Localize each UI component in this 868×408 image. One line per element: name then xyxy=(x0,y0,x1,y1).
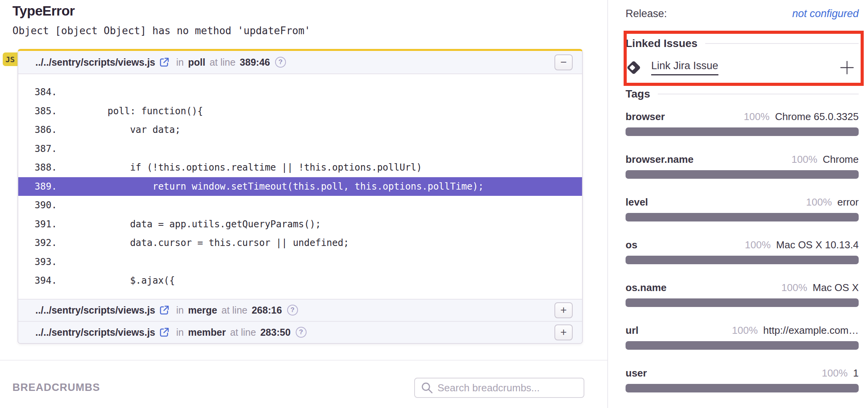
tag-header: url 100% http://example.com… xyxy=(626,324,859,337)
code-line: 387. xyxy=(18,139,582,159)
frame-in-label: in xyxy=(176,57,183,68)
frame-function-name: member xyxy=(188,327,226,338)
code-line: 391. data = app.utils.getQueryParams(); xyxy=(18,215,582,234)
linked-issues-heading: Linked Issues xyxy=(626,37,859,50)
tag-item: os 100% Mac OS X 10.13.4 xyxy=(626,239,859,264)
expand-frame-button[interactable]: + xyxy=(554,302,573,318)
error-message: Object [object Object] has no method 'up… xyxy=(12,25,310,37)
tag-item: browser 100% Chrome 65.0.3325 xyxy=(626,111,859,136)
jira-icon xyxy=(626,59,642,76)
frame-file-path: ../../sentry/scripts/views.js xyxy=(35,305,155,316)
tag-header: browser 100% Chrome 65.0.3325 xyxy=(626,111,859,123)
tag-distribution-bar[interactable] xyxy=(626,384,859,392)
code-line: 390. xyxy=(18,196,582,215)
frame-at-line-label: at line xyxy=(230,327,256,338)
tag-value: Mac OS X 10.13.4 xyxy=(776,239,859,251)
open-in-new-icon[interactable] xyxy=(159,57,170,68)
tags-title: Tags xyxy=(626,88,650,100)
tag-value: Chrome 65.0.3325 xyxy=(775,111,859,123)
stack-frame-header-collapsed[interactable]: ../../sentry/scripts/views.js in member … xyxy=(18,321,582,343)
release-not-configured-link[interactable]: not configured xyxy=(792,8,859,20)
tag-header: user 100% 1 xyxy=(626,367,859,380)
linked-issues-row: Link Jira Issue xyxy=(626,58,859,77)
breadcrumbs-search xyxy=(414,378,584,398)
code-line: 384. xyxy=(18,83,582,102)
add-linked-issue-icon[interactable] xyxy=(839,60,855,75)
tag-header: os.name 100% Mac OS X xyxy=(626,282,859,294)
frame-line-column: 268:16 xyxy=(252,305,282,316)
tag-header: os 100% Mac OS X 10.13.4 xyxy=(626,239,859,251)
help-question-icon[interactable]: ? xyxy=(275,57,286,68)
frame-file-path: ../../sentry/scripts/views.js xyxy=(35,327,155,338)
source-code-context: 384.385. poll: function(){386. var data;… xyxy=(18,74,582,299)
open-in-new-icon[interactable] xyxy=(159,327,170,338)
tag-value: Mac OS X xyxy=(813,282,859,294)
tag-item: user 100% 1 xyxy=(626,367,859,392)
release-label: Release: xyxy=(626,8,667,20)
search-icon xyxy=(420,381,434,394)
tag-percent: 100% xyxy=(744,111,770,123)
tag-percent: 100% xyxy=(781,282,807,294)
code-line: 385. poll: function(){ xyxy=(18,102,582,121)
tag-distribution-bar[interactable] xyxy=(626,127,859,136)
frame-at-line-label: at line xyxy=(209,57,235,68)
code-line: 393. xyxy=(18,253,582,272)
link-jira-issue-link[interactable]: Link Jira Issue xyxy=(651,60,718,75)
platform-js-badge: JS xyxy=(3,52,17,66)
tag-percent: 100% xyxy=(822,367,848,379)
tag-distribution-bar[interactable] xyxy=(626,213,859,221)
frame-at-line-label: at line xyxy=(221,305,248,316)
tag-name: level xyxy=(626,196,648,208)
search-breadcrumbs-input[interactable] xyxy=(437,382,578,394)
frame-in-label: in xyxy=(176,305,183,316)
tag-name: browser.name xyxy=(626,153,694,166)
tag-distribution-bar[interactable] xyxy=(626,298,859,307)
tag-percent: 100% xyxy=(745,239,771,251)
help-question-icon[interactable]: ? xyxy=(296,327,307,338)
code-line: 394. $.ajax({ xyxy=(18,271,582,290)
frame-function-name: poll xyxy=(188,57,205,68)
collapse-frame-button[interactable]: − xyxy=(554,54,573,70)
code-line: 392. data.cursor = this.cursor || undefi… xyxy=(18,234,582,253)
tag-name: browser xyxy=(626,111,665,123)
tag-item: url 100% http://example.com… xyxy=(626,324,859,350)
section-divider xyxy=(0,360,607,361)
frame-line-column: 389:46 xyxy=(240,57,270,68)
tag-item: level 100% error xyxy=(626,196,859,221)
tag-name: url xyxy=(626,324,638,337)
frame-line-column: 283:50 xyxy=(260,327,291,338)
open-in-new-icon[interactable] xyxy=(159,305,170,316)
linked-issues-title: Linked Issues xyxy=(626,37,697,50)
tags-list: browser 100% Chrome 65.0.3325 browser.na… xyxy=(626,111,859,408)
stack-trace-card: ../../sentry/scripts/views.js in poll at… xyxy=(17,49,583,344)
tag-value: http://example.com… xyxy=(763,324,859,337)
tag-name: os.name xyxy=(626,282,667,294)
frame-in-label: in xyxy=(176,327,183,338)
tag-item: browser.name 100% Chrome xyxy=(626,153,859,179)
code-line: 388. if (!this.options.realtime || !this… xyxy=(18,158,582,177)
tag-header: browser.name 100% Chrome xyxy=(626,153,859,166)
tag-item: os.name 100% Mac OS X xyxy=(626,282,859,307)
tag-value: 1 xyxy=(853,367,859,379)
issue-detail-page: TypeError Object [object Object] has no … xyxy=(0,0,868,408)
tag-distribution-bar[interactable] xyxy=(626,341,859,350)
tag-name: user xyxy=(626,367,647,379)
sidebar: Release: not configured Linked Issues Li… xyxy=(608,0,868,408)
breadcrumbs-section-title: BREADCRUMBS xyxy=(12,382,100,394)
tag-percent: 100% xyxy=(791,153,817,166)
stack-frame-header-collapsed[interactable]: ../../sentry/scripts/views.js in merge a… xyxy=(18,299,582,321)
frame-file-path: ../../sentry/scripts/views.js xyxy=(35,57,155,68)
heading-rule xyxy=(658,94,859,94)
tag-percent: 100% xyxy=(806,196,832,208)
tag-value: error xyxy=(837,196,859,208)
tag-distribution-bar[interactable] xyxy=(626,256,859,264)
tags-heading: Tags xyxy=(626,88,859,100)
tag-header: level 100% error xyxy=(626,196,859,209)
stack-frame-header-expanded[interactable]: ../../sentry/scripts/views.js in poll at… xyxy=(18,51,582,74)
expand-frame-button[interactable]: + xyxy=(554,324,573,340)
help-question-icon[interactable]: ? xyxy=(287,305,298,316)
release-row: Release: not configured xyxy=(626,8,859,20)
tag-percent: 100% xyxy=(732,324,758,337)
tag-value: Chrome xyxy=(823,153,859,166)
tag-distribution-bar[interactable] xyxy=(626,170,859,179)
